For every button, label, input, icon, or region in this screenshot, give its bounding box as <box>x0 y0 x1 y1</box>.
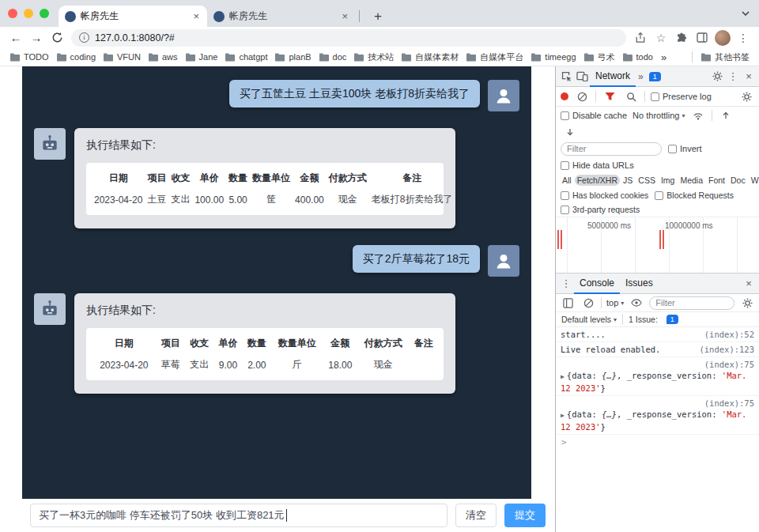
throttling-dropdown[interactable]: No throttling ▾ <box>632 111 685 120</box>
log-levels-dropdown[interactable]: Default levels ▾ <box>561 315 617 324</box>
checkbox-box[interactable] <box>561 191 569 200</box>
checkbox-label[interactable]: Blocked Requests <box>666 191 734 200</box>
bookmark-item[interactable]: chatgpt <box>221 51 270 63</box>
other-bookmarks-folder[interactable]: 其他书签 <box>697 50 753 65</box>
filter-chip-fetch-xhr[interactable]: Fetch/XHR <box>575 175 620 186</box>
tab-search-chevron-icon[interactable] <box>742 5 750 19</box>
device-toolbar-icon[interactable] <box>574 69 590 85</box>
site-info-icon[interactable]: i <box>79 32 89 43</box>
devtools-settings-gear-icon[interactable] <box>709 69 725 85</box>
minimize-window-button[interactable] <box>24 9 33 18</box>
bookmark-item[interactable]: aws <box>145 51 181 63</box>
inspect-element-icon[interactable] <box>558 69 574 85</box>
checkbox-label[interactable]: Preserve log <box>663 92 712 101</box>
devtools-menu-kebab-icon[interactable]: ⋮ <box>725 69 741 85</box>
bookmark-item[interactable]: 技术站 <box>350 50 397 65</box>
bookmark-item[interactable]: todo <box>619 51 656 63</box>
clear-button[interactable]: 清空 <box>455 504 497 527</box>
close-window-button[interactable] <box>8 9 17 18</box>
bookmark-item[interactable]: 自媒体平台 <box>463 50 527 65</box>
filter-chip-doc[interactable]: Doc <box>728 175 748 186</box>
issues-count-badge[interactable]: 1 <box>666 315 678 324</box>
checkbox-label[interactable]: Disable cache <box>572 111 627 120</box>
browser-menu-kebab-icon[interactable]: ⋮ <box>734 28 753 47</box>
bookmark-item[interactable]: Jane <box>182 51 221 63</box>
tab-network[interactable]: Network <box>590 66 636 87</box>
clear-console-icon[interactable] <box>580 295 596 311</box>
preserve-log-checkbox[interactable]: Preserve log <box>651 92 712 101</box>
checkbox-box[interactable] <box>561 206 569 214</box>
checkbox-box[interactable] <box>561 111 569 120</box>
expand-triangle-icon[interactable]: ▶ <box>561 412 565 419</box>
console-source-link[interactable]: (index):52 <box>704 329 754 340</box>
issues-link-label[interactable]: 1 Issue: <box>629 315 658 324</box>
expand-triangle-icon[interactable]: ▶ <box>561 373 565 380</box>
clear-network-log-icon[interactable] <box>574 89 590 104</box>
network-overview-timeline[interactable]: 5000000 ms 10000000 ms <box>556 217 759 274</box>
bookmark-item[interactable]: 自媒体素材 <box>398 50 462 65</box>
checkbox-box[interactable] <box>651 92 659 101</box>
network-conditions-icon[interactable] <box>690 108 706 123</box>
fullscreen-window-button[interactable] <box>40 9 49 18</box>
new-tab-button[interactable]: + <box>369 9 387 25</box>
chat-input[interactable]: 买了一杯3元的咖啡 停车还被罚了50块 收到工资821元 <box>30 504 447 527</box>
submit-button[interactable]: 提交 <box>504 504 546 527</box>
bookmark-item[interactable]: VFUN <box>100 51 144 63</box>
export-har-icon[interactable] <box>718 108 734 123</box>
bookmark-item[interactable]: coding <box>53 51 99 63</box>
tab-close-icon[interactable]: × <box>191 10 201 22</box>
url-text[interactable]: 127.0.0.1:8080/?# <box>95 32 175 43</box>
tab-close-icon[interactable]: × <box>340 10 349 22</box>
record-network-log-button[interactable] <box>561 92 568 100</box>
extensions-puzzle-icon[interactable] <box>672 28 691 47</box>
checkbox-box[interactable] <box>668 145 677 153</box>
hide-data-urls-checkbox[interactable]: Hide data URLs <box>561 160 634 170</box>
filter-chip-font[interactable]: Font <box>706 175 727 186</box>
console-source-link[interactable]: (index):123 <box>699 344 754 355</box>
has-blocked-cookies-checkbox[interactable]: Has blocked cookies <box>561 191 648 200</box>
third-party-requests-checkbox[interactable]: 3rd-party requests <box>561 205 640 214</box>
checkbox-label[interactable]: 3rd-party requests <box>572 205 640 214</box>
filter-funnel-icon[interactable] <box>602 89 617 104</box>
bookmark-item[interactable]: doc <box>315 51 350 63</box>
filter-chip-img[interactable]: Img <box>659 175 678 186</box>
disable-cache-checkbox[interactable]: Disable cache <box>561 111 627 120</box>
checkbox-label[interactable]: Has blocked cookies <box>572 191 648 200</box>
import-har-icon[interactable] <box>562 124 578 140</box>
bookmark-item[interactable]: 弓术 <box>580 50 618 65</box>
bookmark-item[interactable]: timeegg <box>527 51 579 63</box>
profile-avatar[interactable] <box>713 28 732 47</box>
search-icon[interactable] <box>623 89 639 104</box>
console-filter-input[interactable] <box>649 296 734 310</box>
devtools-close-icon[interactable]: × <box>741 69 757 85</box>
bookmarks-overflow-chevron[interactable]: » <box>657 51 670 63</box>
filter-chip-ws[interactable]: WS <box>749 175 759 186</box>
checkbox-label[interactable]: Hide data URLs <box>572 160 634 170</box>
network-settings-gear-icon[interactable] <box>738 89 754 104</box>
address-bar[interactable]: i 127.0.0.1:8080/?# <box>71 29 626 47</box>
browser-tab-2[interactable]: 帐房先生 × <box>207 6 356 27</box>
console-sidebar-kebab-icon[interactable]: ⋮ <box>558 276 574 292</box>
forward-icon[interactable]: → <box>27 28 46 47</box>
browser-tab-1[interactable]: 帐房先生 × <box>59 6 207 27</box>
object-preview[interactable]: ▶{data: {…}, _response_version: 'Mar. 12… <box>561 409 754 432</box>
tab-console[interactable]: Console <box>574 274 620 294</box>
checkbox-box[interactable] <box>655 191 663 200</box>
bookmark-item[interactable]: planB <box>271 51 314 63</box>
share-icon[interactable] <box>631 28 650 47</box>
network-filter-input[interactable] <box>561 142 662 156</box>
console-close-icon[interactable]: × <box>741 276 757 292</box>
blocked-requests-checkbox[interactable]: Blocked Requests <box>655 191 734 200</box>
reload-icon[interactable] <box>47 28 66 47</box>
object-preview[interactable]: ▶{data: {…}, _response_version: 'Mar. 12… <box>561 370 754 394</box>
invert-checkbox[interactable]: Invert <box>668 144 702 153</box>
console-source-link[interactable]: (index):75 <box>704 398 754 408</box>
filter-chip-js[interactable]: JS <box>621 175 635 186</box>
filter-chip-all[interactable]: All <box>560 175 574 186</box>
checkbox-label[interactable]: Invert <box>680 144 702 153</box>
filter-chip-media[interactable]: Media <box>678 175 705 186</box>
issues-count-badge[interactable]: 1 <box>649 72 661 81</box>
more-panels-chevron[interactable]: » <box>636 71 646 82</box>
console-sidebar-toggle-icon[interactable] <box>560 295 576 311</box>
tab-issues[interactable]: Issues <box>620 274 659 294</box>
